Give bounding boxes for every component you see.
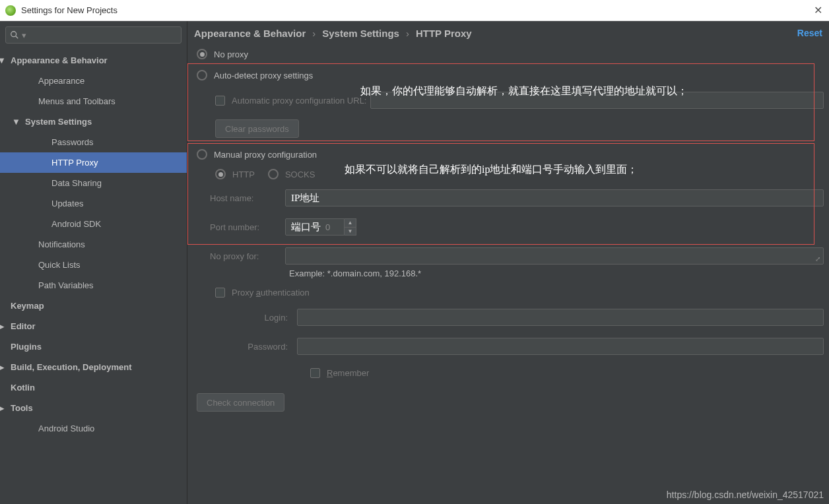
password-input[interactable] bbox=[297, 338, 824, 355]
sidebar-item-label: Updates bbox=[51, 199, 83, 208]
sidebar-item-data-sharing[interactable]: Data Sharing bbox=[0, 173, 187, 193]
chevron-right-icon: › bbox=[312, 28, 315, 39]
proxy-auth-row[interactable]: Proxy authentication bbox=[215, 282, 824, 302]
sidebar-item-build-execution-deployment[interactable]: ▶Build, Execution, Deployment bbox=[0, 357, 187, 377]
radio-icon bbox=[197, 149, 207, 160]
settings-tree: ▼Appearance & BehaviorAppearanceMenus an… bbox=[0, 46, 187, 439]
step-up-icon[interactable]: ▲ bbox=[345, 219, 356, 228]
sidebar-item-label: Plugins bbox=[11, 342, 42, 352]
auto-url-input[interactable] bbox=[370, 92, 824, 109]
sidebar-item-label: Build, Execution, Deployment bbox=[11, 362, 131, 372]
sidebar-item-http-proxy[interactable]: HTTP Proxy bbox=[0, 152, 187, 173]
sidebar-item-tools[interactable]: ▶Tools bbox=[0, 398, 187, 418]
close-icon[interactable]: ✕ bbox=[814, 4, 822, 16]
host-input[interactable]: IP地址 bbox=[285, 189, 824, 206]
sidebar-item-system-settings[interactable]: ▼System Settings bbox=[0, 111, 187, 132]
radio-icon bbox=[268, 169, 279, 179]
auto-url-row: Automatic proxy configuration URL: bbox=[215, 90, 824, 110]
sidebar-item-android-sdk[interactable]: Android SDK bbox=[0, 214, 187, 234]
sidebar-item-label: Path Variables bbox=[38, 280, 94, 290]
search-input[interactable]: ▾ bbox=[5, 26, 182, 44]
sidebar-item-path-variables[interactable]: Path Variables bbox=[0, 275, 187, 296]
sidebar-item-label: Android Studio bbox=[38, 424, 94, 433]
search-icon bbox=[10, 30, 19, 40]
sidebar-item-label: Data Sharing bbox=[51, 178, 102, 188]
check-connection-button[interactable]: Check connection bbox=[197, 393, 284, 412]
step-down-icon[interactable]: ▼ bbox=[345, 228, 356, 236]
sidebar-item-passwords[interactable]: Passwords bbox=[0, 132, 187, 152]
manual-label: Manual proxy configuration bbox=[214, 150, 317, 160]
sidebar-item-menus-and-toolbars[interactable]: Menus and Toolbars bbox=[0, 91, 187, 111]
radio-http[interactable]: HTTP bbox=[215, 169, 255, 179]
no-proxy-for-label: No proxy for: bbox=[210, 251, 276, 261]
breadcrumb-b[interactable]: System Settings bbox=[322, 28, 399, 39]
proxy-auth-label: Proxy authentication bbox=[232, 288, 310, 298]
remember-row[interactable]: Remember bbox=[310, 363, 824, 383]
no-proxy-label: No proxy bbox=[214, 49, 248, 59]
window-title: Settings for New Projects bbox=[21, 5, 117, 15]
radio-manual[interactable]: Manual proxy configuration bbox=[197, 144, 824, 164]
sidebar-item-label: HTTP Proxy bbox=[51, 158, 98, 168]
breadcrumb-c: HTTP Proxy bbox=[416, 28, 472, 39]
radio-no-proxy[interactable]: No proxy bbox=[197, 44, 824, 64]
sidebar-item-plugins[interactable]: Plugins bbox=[0, 336, 187, 357]
sidebar-item-keymap[interactable]: Keymap bbox=[0, 296, 187, 316]
svg-line-1 bbox=[16, 36, 18, 39]
example-text: Example: *.domain.com, 192.168.* bbox=[289, 268, 824, 278]
app-icon bbox=[5, 5, 16, 16]
sidebar: ▾ ▼Appearance & BehaviorAppearanceMenus … bbox=[0, 21, 187, 504]
sidebar-item-android-studio[interactable]: Android Studio bbox=[0, 418, 187, 439]
svg-point-0 bbox=[11, 32, 17, 37]
sidebar-item-label: Kotlin bbox=[11, 383, 35, 393]
sidebar-item-label: System Settings bbox=[25, 117, 92, 127]
chevron-down-icon: ▼ bbox=[12, 117, 21, 127]
titlebar: Settings for New Projects ✕ bbox=[0, 0, 829, 21]
sidebar-item-label: Menus and Toolbars bbox=[38, 96, 116, 106]
checkbox-icon bbox=[310, 368, 320, 378]
clear-passwords-button[interactable]: Clear passwords bbox=[215, 119, 299, 138]
sidebar-item-label: Appearance bbox=[38, 76, 84, 86]
port-label: Port number: bbox=[210, 222, 276, 232]
sidebar-item-notifications[interactable]: Notifications bbox=[0, 234, 187, 255]
sidebar-item-label: Android SDK bbox=[51, 219, 101, 229]
reset-link[interactable]: Reset bbox=[797, 28, 822, 38]
radio-socks[interactable]: SOCKS bbox=[268, 169, 315, 179]
breadcrumb-a[interactable]: Appearance & Behavior bbox=[194, 28, 306, 39]
chevron-right-icon: ▶ bbox=[0, 321, 7, 331]
radio-icon bbox=[197, 49, 207, 59]
login-input[interactable] bbox=[297, 309, 824, 326]
http-label: HTTP bbox=[232, 170, 255, 179]
sidebar-item-kotlin[interactable]: Kotlin bbox=[0, 377, 187, 398]
sidebar-item-quick-lists[interactable]: Quick Lists bbox=[0, 255, 187, 275]
sidebar-item-updates[interactable]: Updates bbox=[0, 193, 187, 214]
annotation-port: 端口号 bbox=[291, 221, 321, 234]
sidebar-item-appearance[interactable]: Appearance bbox=[0, 71, 187, 91]
port-input[interactable]: 端口号 0 bbox=[285, 218, 345, 236]
stepper-buttons[interactable]: ▲ ▼ bbox=[345, 218, 356, 236]
checkbox-icon[interactable] bbox=[215, 96, 225, 106]
port-stepper[interactable]: 端口号 0 ▲ ▼ bbox=[281, 218, 356, 236]
checkbox-icon bbox=[215, 288, 225, 298]
auto-url-label: Automatic proxy configuration URL: bbox=[232, 96, 366, 106]
chevron-right-icon: ▶ bbox=[0, 362, 7, 372]
chevron-down-icon: ▼ bbox=[0, 55, 7, 65]
main-content: Appearance & Behavior › System Settings … bbox=[187, 21, 829, 504]
sidebar-item-appearance-behavior[interactable]: ▼Appearance & Behavior bbox=[0, 50, 187, 71]
auto-detect-label: Auto-detect proxy settings bbox=[214, 71, 313, 80]
watermark: https://blog.csdn.net/weixin_42517021 bbox=[667, 489, 824, 500]
sidebar-item-label: Quick Lists bbox=[38, 260, 81, 270]
expand-icon[interactable]: ⤢ bbox=[815, 255, 820, 263]
radio-icon bbox=[215, 169, 226, 179]
login-label: Login: bbox=[215, 313, 288, 323]
no-proxy-for-input[interactable]: ⤢ bbox=[285, 247, 824, 265]
radio-icon bbox=[197, 70, 207, 80]
radio-auto-detect[interactable]: Auto-detect proxy settings bbox=[197, 65, 824, 85]
sidebar-item-label: Notifications bbox=[38, 239, 85, 249]
chevron-right-icon: ▶ bbox=[0, 403, 7, 413]
sidebar-item-label: Appearance & Behavior bbox=[11, 55, 108, 65]
sidebar-item-label: Editor bbox=[11, 321, 36, 331]
sidebar-item-editor[interactable]: ▶Editor bbox=[0, 316, 187, 336]
host-label: Host name: bbox=[210, 193, 276, 203]
chevron-right-icon: › bbox=[406, 28, 409, 39]
sidebar-item-label: Passwords bbox=[51, 137, 94, 147]
